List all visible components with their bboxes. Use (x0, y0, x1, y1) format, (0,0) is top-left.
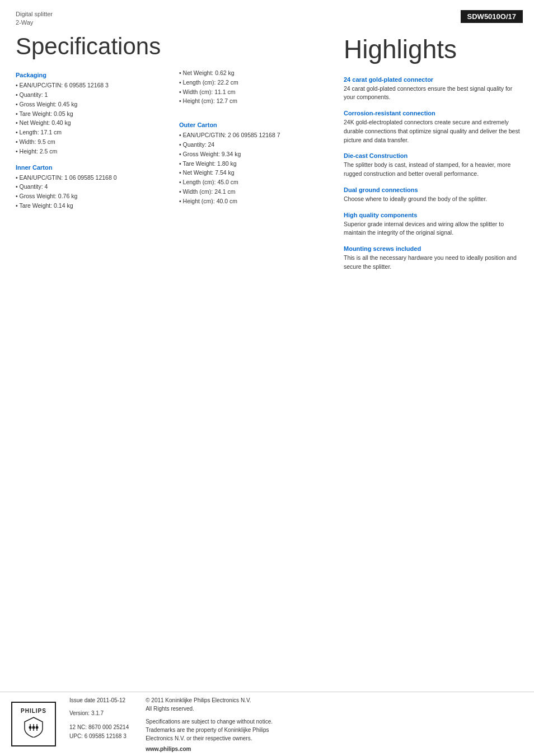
list-item: Quantity: 4 (16, 182, 172, 192)
outer-carton-heading: Outer Carton (179, 122, 313, 128)
footer-columns: Issue date 2011-05-12 Version: 3.1.7 12 … (69, 696, 523, 752)
highlights-title: Highlights (344, 35, 523, 64)
list-item: Tare Weight: 0.05 kg (16, 109, 172, 119)
product-name: Digital splitter (16, 10, 53, 18)
list-item: Width (cm): 24.1 cm (179, 187, 313, 197)
highlight-heading: Die-cast Construction (344, 152, 523, 159)
highlight-item-3: Dual ground connections Choose where to … (344, 186, 523, 204)
list-item: Tare Weight: 0.14 kg (16, 201, 172, 211)
list-item: Tare Weight: 1.80 kg (179, 159, 313, 169)
list-item: Length: 17.1 cm (16, 128, 172, 137)
list-item: Net Weight: 7.54 kg (179, 168, 313, 178)
product-variant: 2-Way (16, 18, 53, 27)
list-item: Gross Weight: 0.45 kg (16, 100, 172, 109)
highlight-heading: Mounting screws included (344, 245, 523, 252)
highlight-item-4: High quality components Superior grade i… (344, 212, 523, 238)
list-item: Height (cm): 40.0 cm (179, 197, 313, 206)
outer-carton-list: EAN/UPC/GTIN: 2 06 09585 12168 7 Quantit… (179, 130, 313, 206)
highlight-heading: 24 carat gold-plated connector (344, 76, 523, 83)
highlight-text: Superior grade internal devices and wiri… (344, 220, 523, 238)
highlight-text: The splitter body is cast, instead of st… (344, 161, 523, 179)
inner-carton-list: EAN/UPC/GTIN: 1 06 09585 12168 0 Quantit… (16, 173, 172, 211)
list-item: Height: 2.5 cm (16, 147, 172, 156)
highlights-panel: Highlights 24 carat gold-plated connecto… (344, 10, 523, 279)
footer-nc: 12 NC: 8670 000 25214 (69, 723, 129, 732)
product-subtitle: Digital splitter 2-Way (16, 10, 53, 27)
list-item: Gross Weight: 9.34 kg (179, 150, 313, 159)
footer-copyright: © 2011 Koninklijke Philips Electronics N… (146, 696, 273, 713)
footer-legal-text: Specifications are subject to change wit… (146, 717, 273, 743)
highlight-heading: High quality components (344, 212, 523, 218)
list-item: Length (cm): 45.0 cm (179, 178, 313, 187)
footer-website[interactable]: www.philips.com (146, 746, 273, 752)
logo-text: PHILIPS (21, 708, 46, 714)
philips-logo: PHILIPS (11, 702, 56, 746)
footer-issue-date: Issue date 2011-05-12 (69, 696, 129, 704)
highlight-item-0: 24 carat gold-plated connector 24 carat … (344, 76, 523, 102)
footer-nc-upc: 12 NC: 8670 000 25214 UPC: 6 09585 12168… (69, 723, 129, 741)
packaging-list: EAN/UPC/GTIN: 6 09585 12168 3 Quantity: … (16, 81, 172, 156)
list-item: Quantity: 24 (179, 140, 313, 150)
list-item: Net Weight: 0.40 kg (16, 118, 172, 128)
highlight-heading: Corrosion-resistant connection (344, 110, 523, 116)
logo-shield-icon (24, 716, 44, 741)
footer-version: Version: 3.1.7 (69, 709, 129, 717)
list-item: Gross Weight: 0.76 kg (16, 192, 172, 201)
highlight-item-2: Die-cast Construction The splitter body … (344, 152, 523, 179)
packaging-continued-list: Net Weight: 0.62 kg Length (cm): 22.2 cm… (179, 68, 313, 106)
highlight-text: This is all the necessary hardware you n… (344, 254, 523, 272)
packaging-heading: Packaging (16, 72, 172, 78)
list-item: Height (cm): 12.7 cm (179, 96, 313, 106)
highlight-heading: Dual ground connections (344, 186, 523, 193)
list-item: EAN/UPC/GTIN: 1 06 09585 12168 0 (16, 173, 172, 183)
middle-specs-panel: Net Weight: 0.62 kg Length (cm): 22.2 cm… (179, 34, 313, 206)
highlight-item-1: Corrosion-resistant connection 24K gold-… (344, 110, 523, 144)
list-item: Width (cm): 11.1 cm (179, 87, 313, 97)
footer-col-meta: Issue date 2011-05-12 Version: 3.1.7 12 … (69, 696, 129, 741)
specifications-panel: Specifications Packaging EAN/UPC/GTIN: 6… (16, 34, 172, 211)
highlight-text: 24 carat gold-plated connectors ensure t… (344, 85, 523, 102)
highlight-item-5: Mounting screws included This is all the… (344, 245, 523, 272)
list-item: EAN/UPC/GTIN: 2 06 09585 12168 7 (179, 130, 313, 140)
page-title: Specifications (16, 34, 172, 59)
inner-carton-heading: Inner Carton (16, 164, 172, 171)
highlight-text: 24K gold-electroplated connectors create… (344, 118, 523, 144)
list-item: EAN/UPC/GTIN: 6 09585 12168 3 (16, 81, 172, 90)
highlight-text: Choose where to ideally ground the body … (344, 195, 523, 204)
footer-upc: UPC: 6 09585 12168 3 (69, 732, 129, 741)
footer-col-legal: © 2011 Koninklijke Philips Electronics N… (146, 696, 273, 752)
footer: PHILIPS Issue date 2011-05-12 Version: 3… (0, 692, 534, 756)
list-item: Width: 9.5 cm (16, 137, 172, 147)
list-item: Length (cm): 22.2 cm (179, 78, 313, 87)
list-item: Net Weight: 0.62 kg (179, 68, 313, 78)
list-item: Quantity: 1 (16, 90, 172, 100)
